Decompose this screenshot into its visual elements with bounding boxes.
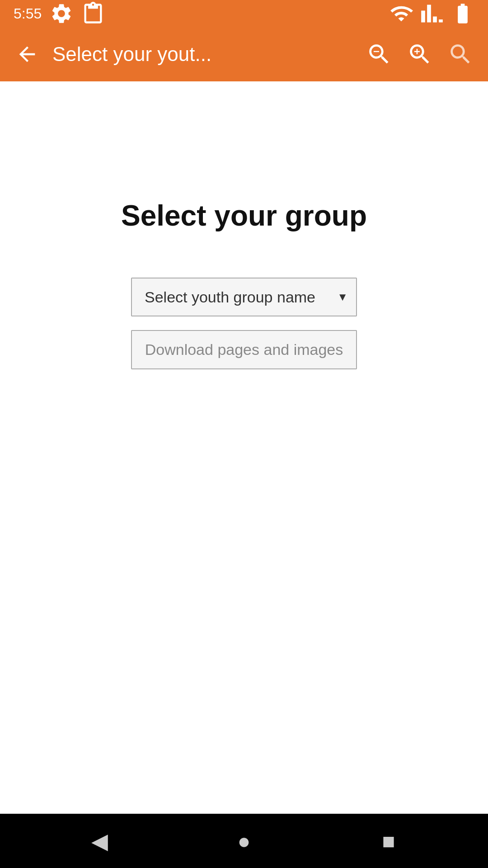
app-bar: Select your yout... [0, 27, 488, 81]
zoom-in-icon [407, 41, 433, 67]
zoom-out-icon [366, 41, 392, 67]
clipboard-icon [81, 2, 105, 25]
zoom-out-button[interactable] [362, 38, 396, 71]
search-button[interactable] [444, 38, 477, 71]
dropdown-wrapper[interactable]: Select youth group name ▼ [131, 278, 357, 316]
nav-back-button[interactable]: ◀ [81, 823, 117, 859]
app-bar-title: Select your yout... [52, 43, 353, 66]
nav-recent-button[interactable]: ■ [371, 823, 407, 859]
main-content: Select your group Select youth group nam… [0, 81, 488, 814]
youth-group-select[interactable]: Select youth group name [131, 278, 357, 316]
search-icon [447, 41, 474, 67]
app-bar-actions [362, 38, 477, 71]
settings-icon [50, 2, 73, 25]
nav-home-button[interactable]: ● [226, 823, 262, 859]
status-bar: 5:55 [0, 0, 488, 27]
zoom-in-button[interactable] [403, 38, 436, 71]
download-button[interactable]: Download pages and images [131, 330, 357, 369]
page-title: Select your group [121, 199, 367, 232]
back-arrow-icon [15, 42, 39, 66]
status-time: 5:55 [14, 5, 42, 22]
wifi-icon [389, 2, 413, 25]
signal-icon [420, 2, 444, 25]
status-bar-right [389, 2, 474, 25]
battery-icon [451, 2, 474, 25]
back-button[interactable] [11, 38, 43, 71]
nav-bar: ◀ ● ■ [0, 814, 488, 868]
status-bar-left: 5:55 [14, 2, 105, 25]
